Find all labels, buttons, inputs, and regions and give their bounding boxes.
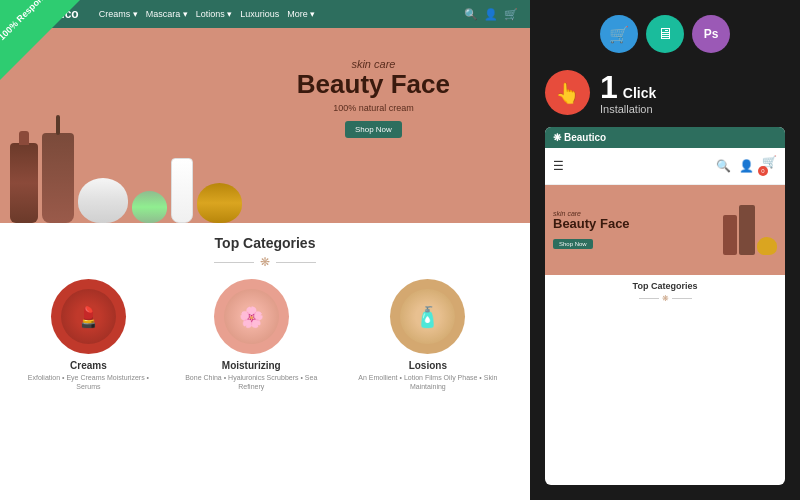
product-jar-1 bbox=[78, 178, 128, 223]
install-button-icon: 👆 bbox=[545, 70, 590, 115]
mobile-toolbar: ☰ 🔍 👤 🛒 0 bbox=[545, 148, 785, 185]
creams-desc: Exfoliation • Eye Creams Moisturizers • … bbox=[20, 373, 157, 391]
categories-divider: ❋ bbox=[20, 255, 510, 269]
hero-products bbox=[10, 133, 242, 223]
feature-icons-row: 🛒 🖥 Ps bbox=[545, 15, 785, 53]
mobile-bottle-2 bbox=[739, 205, 755, 255]
mobile-logo-text: Beautico bbox=[564, 132, 606, 143]
shop-now-button[interactable]: Shop Now bbox=[345, 121, 402, 138]
creams-icon: 💄 bbox=[61, 289, 116, 344]
mobile-toolbar-icons: 🔍 👤 🛒 0 bbox=[716, 152, 777, 180]
mobile-product-bottles bbox=[723, 205, 777, 255]
category-moisturizing[interactable]: 🌸 Moisturizing Bone China • Hyaluronics … bbox=[177, 279, 326, 391]
creams-circle: 💄 bbox=[51, 279, 126, 354]
install-text-group: 1 Click Installation bbox=[600, 71, 656, 115]
install-sublabel: Installation bbox=[600, 103, 656, 115]
hero-description: 100% natural cream bbox=[297, 103, 450, 113]
install-label: Click bbox=[623, 85, 656, 101]
nav-icon-group: 🔍 👤 🛒 bbox=[464, 8, 518, 21]
mobile-jar bbox=[757, 237, 777, 255]
search-icon[interactable]: 🔍 bbox=[464, 8, 478, 21]
moisturizing-desc: Bone China • Hyaluronics Scrubbers • Sea… bbox=[177, 373, 326, 391]
cart-feature-icon: 🛒 bbox=[600, 15, 638, 53]
mobile-logo: ❋ Beautico bbox=[553, 132, 606, 143]
main-nav: ❋ Beautico Creams ▾ Mascara ▾ Lotions ▾ … bbox=[0, 0, 530, 28]
losions-name: Losions bbox=[346, 360, 510, 371]
mobile-bottle-1 bbox=[723, 215, 737, 255]
divider-icon: ❋ bbox=[260, 255, 270, 269]
mobile-preview: ❋ Beautico ☰ 🔍 👤 🛒 0 skin care Beauty Fa… bbox=[545, 127, 785, 485]
cart-badge: 0 bbox=[758, 166, 768, 176]
nav-luxurious[interactable]: Luxurious bbox=[240, 9, 279, 19]
cart-icon[interactable]: 🛒 bbox=[504, 8, 518, 21]
mobile-divider-icon: ❋ bbox=[662, 294, 669, 303]
mobile-hero: skin care Beauty Face Shop Now bbox=[545, 185, 785, 275]
mobile-divider-right bbox=[672, 298, 692, 299]
product-jar-3 bbox=[197, 183, 242, 223]
mobile-nav: ❋ Beautico bbox=[545, 127, 785, 148]
losions-desc: An Emollient • Lotion Films Oily Phase •… bbox=[346, 373, 510, 391]
nav-mascara[interactable]: Mascara ▾ bbox=[146, 9, 188, 19]
nav-creams[interactable]: Creams ▾ bbox=[99, 9, 138, 19]
mobile-cart-container: 🛒 0 bbox=[762, 152, 777, 180]
mobile-search-icon[interactable]: 🔍 bbox=[716, 159, 731, 173]
right-panel: 🛒 🖥 Ps 👆 1 Click Installation ❋ Beautico… bbox=[530, 0, 800, 500]
mobile-logo-icon: ❋ bbox=[553, 132, 561, 143]
nav-links: Creams ▾ Mascara ▾ Lotions ▾ Luxurious M… bbox=[99, 9, 454, 19]
categories-section: Top Categories ❋ 💄 Creams Exfoliation • … bbox=[0, 223, 530, 399]
nav-lotions[interactable]: Lotions ▾ bbox=[196, 9, 233, 19]
product-jar-2 bbox=[132, 191, 167, 223]
desktop-feature-icon: 🖥 bbox=[646, 15, 684, 53]
installation-section: 👆 1 Click Installation bbox=[545, 70, 785, 115]
mobile-divider-left bbox=[639, 298, 659, 299]
moisturizing-circle: 🌸 bbox=[214, 279, 289, 354]
user-icon[interactable]: 👤 bbox=[484, 8, 498, 21]
moisturizing-name: Moisturizing bbox=[177, 360, 326, 371]
mobile-menu-icon[interactable]: ☰ bbox=[553, 159, 564, 173]
losions-icon: 🧴 bbox=[400, 289, 455, 344]
install-number: 1 bbox=[600, 71, 618, 103]
nav-more[interactable]: More ▾ bbox=[287, 9, 315, 19]
category-creams[interactable]: 💄 Creams Exfoliation • Eye Creams Moistu… bbox=[20, 279, 157, 391]
mobile-categories: Top Categories ❋ bbox=[545, 275, 785, 312]
hero-section: skin care Beauty Face 100% natural cream… bbox=[0, 28, 530, 223]
category-losions[interactable]: 🧴 Losions An Emollient • Lotion Films Oi… bbox=[346, 279, 510, 391]
category-list: 💄 Creams Exfoliation • Eye Creams Moistu… bbox=[20, 279, 510, 391]
product-bottle-3 bbox=[171, 158, 193, 223]
product-bottle-2 bbox=[42, 133, 74, 223]
mobile-cat-title: Top Categories bbox=[553, 281, 777, 291]
left-panel: 100% Responsive ❋ Beautico Creams ▾ Masc… bbox=[0, 0, 530, 500]
mobile-shop-button[interactable]: Shop Now bbox=[553, 239, 593, 249]
hero-text: skin care Beauty Face 100% natural cream… bbox=[297, 58, 450, 138]
divider-right bbox=[276, 262, 316, 263]
mobile-cat-divider: ❋ bbox=[553, 294, 777, 303]
losions-circle: 🧴 bbox=[390, 279, 465, 354]
categories-title: Top Categories bbox=[20, 235, 510, 251]
mobile-hero-text: skin care Beauty Face Shop Now bbox=[553, 210, 723, 249]
product-bottle-1 bbox=[10, 143, 38, 223]
creams-name: Creams bbox=[20, 360, 157, 371]
ps-feature-icon: Ps bbox=[692, 15, 730, 53]
divider-left bbox=[214, 262, 254, 263]
mobile-hero-title: Beauty Face bbox=[553, 217, 723, 231]
mobile-user-icon[interactable]: 👤 bbox=[739, 159, 754, 173]
moisturizing-icon: 🌸 bbox=[224, 289, 279, 344]
hero-title: Beauty Face bbox=[297, 70, 450, 99]
